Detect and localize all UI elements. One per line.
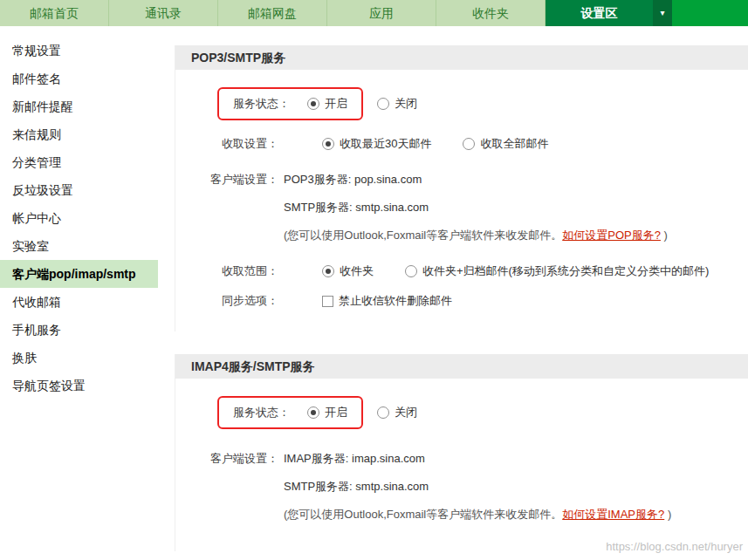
sidebar-item-category[interactable]: 分类管理 xyxy=(0,148,158,176)
smtp-server-line: SMTP服务器: smtp.sina.com xyxy=(284,194,668,222)
imap-status-off-label: 关闭 xyxy=(395,405,417,420)
radio-unselected-icon xyxy=(463,138,475,150)
tab-mail-home[interactable]: 邮箱首页 xyxy=(0,0,109,26)
how-to-set-pop-link[interactable]: 如何设置POP服务? xyxy=(562,229,661,242)
imap4-section-title: IMAP4服务/SMTP服务 xyxy=(175,354,748,379)
tab-settings[interactable]: 设置区 ▾ xyxy=(546,0,672,26)
pop-status-highlight-box: 服务状态： 开启 xyxy=(217,87,363,120)
radio-selected-icon xyxy=(322,138,334,150)
pop-status-on-radio[interactable]: 开启 xyxy=(307,96,347,112)
imap-smtp-server-label: SMTP服务器: xyxy=(284,480,353,493)
pop-range-archive-radio[interactable]: 收件夹+归档邮件(移动到系统分类和自定义分类中的邮件) xyxy=(405,263,709,279)
pop-fetch-range-row: 收取范围： 收件夹 收件夹+归档邮件(移动到系统分类和自定义分类中的邮件) xyxy=(191,263,732,279)
imap-server-value: imap.sina.com xyxy=(352,452,425,465)
imap-server-line: IMAP服务器: imap.sina.com xyxy=(284,445,671,473)
chevron-down-icon[interactable]: ▾ xyxy=(653,0,672,26)
pop-fetch-label: 收取设置： xyxy=(191,136,278,152)
pop-fetch-all-radio[interactable]: 收取全部邮件 xyxy=(463,136,548,152)
sidebar-item-proxy-mailbox[interactable]: 代收邮箱 xyxy=(0,288,158,316)
pop-server-line: POP3服务器: pop.sina.com xyxy=(284,166,668,194)
pop-status-off-label: 关闭 xyxy=(395,96,417,112)
pop-status-on-label: 开启 xyxy=(325,96,347,112)
pop-range-archive-label: 收件夹+归档邮件(移动到系统分类和自定义分类中的邮件) xyxy=(422,263,709,279)
smtp-server-value: smtp.sina.com xyxy=(355,201,429,214)
pop-sync-option-row: 同步选项： 禁止收信软件删除邮件 xyxy=(191,293,732,309)
imap-client-label: 客户端设置： xyxy=(191,445,278,473)
pop-fetch-all-label: 收取全部邮件 xyxy=(480,136,548,152)
sidebar-item-general[interactable]: 常规设置 xyxy=(0,37,158,65)
watermark-text: https://blog.csdn.net/huryer xyxy=(606,540,743,553)
pop-range-label: 收取范围： xyxy=(191,263,278,279)
sidebar-item-mobile-service[interactable]: 手机服务 xyxy=(0,316,158,344)
pop-range-inbox-label: 收件夹 xyxy=(340,263,374,279)
top-navigation: 邮箱首页 通讯录 邮箱网盘 应用 收件夹 设置区 ▾ xyxy=(0,0,748,26)
imap-status-on-label: 开启 xyxy=(325,405,347,420)
pop-fetch-recent-label: 收取最近30天邮件 xyxy=(340,136,431,152)
sidebar-item-mail-rules[interactable]: 来信规则 xyxy=(0,120,158,148)
imap-status-on-radio[interactable]: 开启 xyxy=(307,405,347,420)
pop-sync-checkbox[interactable]: 禁止收信软件删除邮件 xyxy=(322,293,452,309)
radio-unselected-icon xyxy=(377,406,389,419)
tab-apps[interactable]: 应用 xyxy=(327,0,436,26)
pop-status-label: 服务状态： xyxy=(233,96,290,112)
pop-fetch-recent-radio[interactable]: 收取最近30天邮件 xyxy=(322,136,431,152)
imap-server-label: IMAP服务器: xyxy=(284,452,348,465)
pop-sync-checkbox-label: 禁止收信软件删除邮件 xyxy=(339,293,452,309)
radio-selected-icon xyxy=(307,98,319,110)
radio-selected-icon xyxy=(322,265,334,277)
pop-sync-label: 同步选项： xyxy=(191,293,278,309)
radio-unselected-icon xyxy=(377,98,389,110)
imap-note-suffix: ) xyxy=(664,508,671,521)
pop-note-suffix: ) xyxy=(661,229,668,242)
imap-status-off-radio[interactable]: 关闭 xyxy=(377,405,417,420)
tab-contacts[interactable]: 通讯录 xyxy=(109,0,218,26)
sidebar-item-account-center[interactable]: 帐户中心 xyxy=(0,204,158,232)
settings-sidebar: 常规设置 邮件签名 新邮件提醒 来信规则 分类管理 反垃圾设置 帐户中心 实验室… xyxy=(0,26,158,560)
nav-right-fill xyxy=(672,0,748,26)
checkbox-unchecked-icon xyxy=(322,296,333,307)
sidebar-item-lab[interactable]: 实验室 xyxy=(0,232,158,260)
sidebar-item-nav-tabs-setting[interactable]: 导航页签设置 xyxy=(0,372,158,400)
radio-selected-icon xyxy=(307,406,319,419)
pop-service-status-row: 服务状态： 开启 关闭 xyxy=(217,87,732,120)
imap-service-status-row: 服务状态： 开启 关闭 xyxy=(217,396,732,429)
imap-status-highlight-box: 服务状态： 开启 xyxy=(217,396,363,429)
imap-note-text: (您可以使用Outlook,Foxmail等客户端软件来收发邮件。 xyxy=(284,508,562,521)
radio-unselected-icon xyxy=(405,265,417,277)
pop-server-value: pop.sina.com xyxy=(354,173,422,186)
sidebar-item-skin[interactable]: 换肤 xyxy=(0,344,158,372)
pop-client-setting-row: 客户端设置： POP3服务器: pop.sina.com SMTP服务器: sm… xyxy=(191,166,732,249)
smtp-server-label: SMTP服务器: xyxy=(284,201,353,214)
pop-status-off-radio[interactable]: 关闭 xyxy=(377,96,417,112)
pop-client-note: (您可以使用Outlook,Foxmail等客户端软件来收发邮件。如何设置POP… xyxy=(284,222,668,249)
pop3-section-title: POP3/SMTP服务 xyxy=(175,45,748,70)
imap-status-label: 服务状态： xyxy=(233,405,290,420)
sidebar-item-pop-imap-smtp[interactable]: 客户端pop/imap/smtp xyxy=(0,260,158,288)
pop-client-label: 客户端设置： xyxy=(191,166,278,194)
imap-smtp-server-line: SMTP服务器: smtp.sina.com xyxy=(284,473,671,501)
pop3-smtp-panel: POP3/SMTP服务 服务状态： 开启 关闭 收取设置： xyxy=(175,45,748,331)
pop-range-inbox-radio[interactable]: 收件夹 xyxy=(322,263,374,279)
imap-client-setting-row: 客户端设置： IMAP服务器: imap.sina.com SMTP服务器: s… xyxy=(191,445,732,529)
imap4-smtp-panel: IMAP4服务/SMTP服务 服务状态： 开启 关闭 客户端设置： xyxy=(175,354,748,551)
settings-main: POP3/SMTP服务 服务状态： 开启 关闭 收取设置： xyxy=(175,26,748,560)
pop-note-text: (您可以使用Outlook,Foxmail等客户端软件来收发邮件。 xyxy=(284,229,562,242)
imap-client-note: (您可以使用Outlook,Foxmail等客户端软件来收发邮件。如何设置IMA… xyxy=(284,501,671,529)
sidebar-item-new-mail-alert[interactable]: 新邮件提醒 xyxy=(0,92,158,120)
imap-smtp-server-value: smtp.sina.com xyxy=(355,480,429,493)
pop-server-label: POP3服务器: xyxy=(284,173,351,186)
how-to-set-imap-link[interactable]: 如何设置IMAP服务? xyxy=(562,508,664,521)
sidebar-item-antispam[interactable]: 反垃圾设置 xyxy=(0,176,158,204)
tab-inbox[interactable]: 收件夹 xyxy=(436,0,546,26)
sidebar-item-signature[interactable]: 邮件签名 xyxy=(0,65,158,92)
tab-mail-drive[interactable]: 邮箱网盘 xyxy=(218,0,327,26)
tab-settings-label: 设置区 xyxy=(546,0,653,26)
pop-fetch-setting-row: 收取设置： 收取最近30天邮件 收取全部邮件 xyxy=(191,136,732,152)
